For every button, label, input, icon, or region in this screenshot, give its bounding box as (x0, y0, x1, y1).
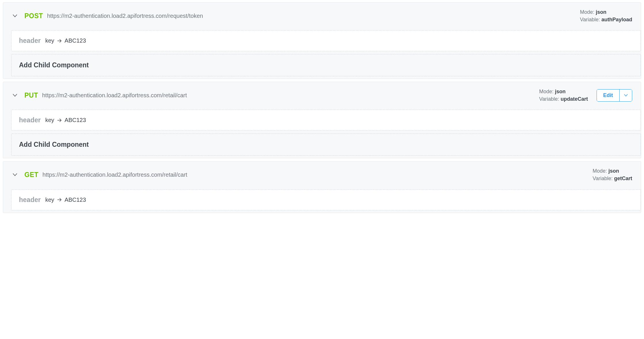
header-value: ABC123 (65, 197, 86, 203)
request-block[interactable]: POST https://m2-authentication.load2.api… (3, 2, 641, 79)
mode-label: Mode: (593, 168, 607, 174)
chevron-down-icon[interactable] (12, 172, 18, 178)
request-meta: Mode: json Variable: getCart (593, 167, 632, 182)
variable-value: authPayload (601, 17, 632, 22)
edit-button[interactable]: Edit (597, 89, 619, 101)
request-block[interactable]: PUT https://m2-authentication.load2.apif… (3, 82, 641, 158)
header-key: key (45, 117, 54, 123)
request-block-header: POST https://m2-authentication.load2.api… (3, 3, 641, 26)
http-method: POST (24, 12, 43, 20)
request-block-header: PUT https://m2-authentication.load2.apif… (3, 82, 641, 106)
mode-label: Mode: (580, 9, 594, 15)
header-kv: key ABC123 (45, 37, 86, 44)
component-kind-label: header (19, 37, 41, 45)
chevron-down-icon[interactable] (12, 92, 18, 98)
header-value: ABC123 (65, 37, 86, 44)
request-children: header key ABC123 Add Child Component (3, 30, 641, 76)
arrow-right-icon (57, 117, 62, 123)
chevron-down-icon[interactable] (12, 13, 18, 19)
request-header-left: GET https://m2-authentication.load2.apif… (12, 171, 593, 179)
add-child-component-button[interactable]: Add Child Component (11, 54, 641, 76)
variable-label: Variable: (580, 17, 600, 22)
request-url: https://m2-authentication.load2.apifortr… (47, 13, 203, 19)
variable-label: Variable: (539, 96, 559, 102)
variable-value: getCart (614, 176, 632, 181)
request-header-left: POST https://m2-authentication.load2.api… (12, 12, 580, 20)
request-header-right: Mode: json Variable: updateCart Edit (539, 88, 635, 103)
request-url: https://m2-authentication.load2.apifortr… (42, 92, 187, 99)
request-header-right: Mode: json Variable: getCart (593, 167, 635, 182)
header-row[interactable]: header key ABC123 (11, 189, 641, 210)
edit-button-group: Edit (597, 89, 632, 102)
request-children: header key ABC123 (3, 189, 641, 210)
request-block[interactable]: GET https://m2-authentication.load2.apif… (3, 161, 641, 213)
component-kind-label: header (19, 196, 41, 204)
add-child-component-button[interactable]: Add Child Component (11, 134, 641, 156)
request-url: https://m2-authentication.load2.apifortr… (43, 172, 187, 178)
http-method: PUT (24, 92, 38, 99)
header-row[interactable]: header key ABC123 (11, 110, 641, 131)
http-method: GET (24, 171, 39, 179)
mode-value: json (596, 9, 606, 15)
request-header-left: PUT https://m2-authentication.load2.apif… (12, 92, 539, 99)
arrow-right-icon (57, 38, 62, 44)
mode-value: json (608, 168, 619, 174)
request-meta: Mode: json Variable: updateCart (539, 88, 588, 103)
request-header-right: Mode: json Variable: authPayload (580, 8, 635, 23)
header-kv: key ABC123 (45, 117, 86, 123)
variable-value: updateCart (561, 96, 588, 102)
header-kv: key ABC123 (45, 197, 86, 203)
header-key: key (45, 37, 54, 44)
add-child-label: Add Child Component (19, 61, 89, 69)
arrow-right-icon (57, 197, 62, 203)
variable-label: Variable: (593, 176, 613, 181)
edit-dropdown-button[interactable] (619, 89, 632, 101)
request-children: header key ABC123 Add Child Component (3, 110, 641, 156)
add-child-label: Add Child Component (19, 141, 89, 148)
header-value: ABC123 (65, 117, 86, 123)
request-meta: Mode: json Variable: authPayload (580, 8, 632, 23)
test-composer-canvas: POST https://m2-authentication.load2.api… (0, 0, 644, 215)
request-block-header: GET https://m2-authentication.load2.apif… (3, 161, 641, 185)
header-key: key (45, 197, 54, 203)
mode-value: json (555, 89, 566, 94)
header-row[interactable]: header key ABC123 (11, 30, 641, 51)
mode-label: Mode: (539, 89, 553, 94)
component-kind-label: header (19, 116, 41, 124)
